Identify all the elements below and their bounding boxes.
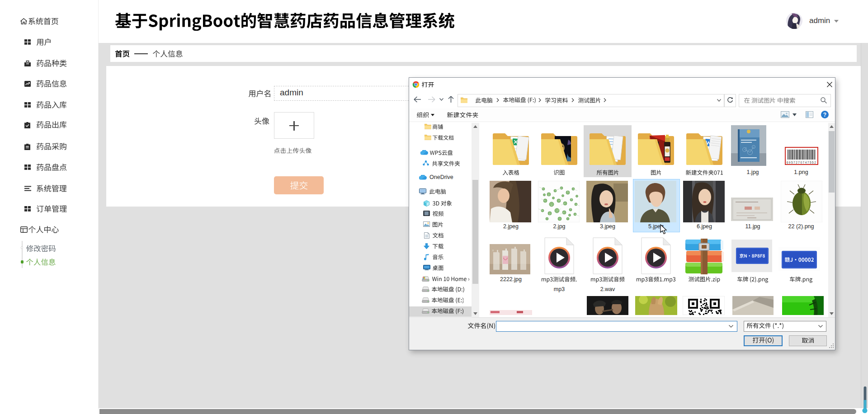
svg-text:6957270747552: 6957270747552: [787, 161, 817, 164]
svg-text:?: ?: [823, 112, 826, 118]
